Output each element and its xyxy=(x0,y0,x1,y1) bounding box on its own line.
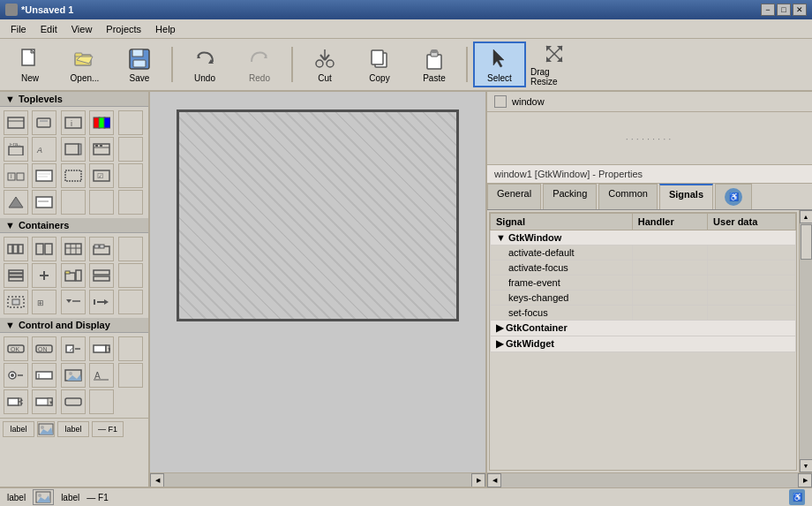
minimize-button[interactable]: − xyxy=(761,4,775,16)
signal-row[interactable]: frame-event xyxy=(491,276,796,291)
widget-file-chooser[interactable] xyxy=(61,263,86,288)
widget-spinner[interactable]: ▲▼ xyxy=(4,389,28,414)
widget-toolbar[interactable] xyxy=(89,137,114,162)
widget-on-btn[interactable]: ON xyxy=(32,336,56,361)
copy-button[interactable]: Copy xyxy=(353,42,406,87)
widget-align[interactable] xyxy=(4,290,28,314)
signal-userdata[interactable] xyxy=(708,291,796,306)
group-row-gtkwindow[interactable]: ▼ GtkWindow xyxy=(491,230,796,245)
signal-userdata[interactable] xyxy=(708,276,796,291)
menu-view[interactable]: View xyxy=(64,22,100,36)
widget-radio[interactable] xyxy=(4,363,28,388)
widget-icon-view[interactable]: i xyxy=(4,163,28,188)
menu-help[interactable]: Help xyxy=(148,22,183,36)
signal-userdata[interactable] xyxy=(708,245,796,261)
widget-paned-v[interactable] xyxy=(89,263,114,288)
widget-viewport[interactable] xyxy=(61,163,86,188)
menu-edit[interactable]: Edit xyxy=(34,22,64,36)
widget-ctrl-btn2[interactable] xyxy=(61,389,86,414)
maximize-button[interactable]: □ xyxy=(777,4,791,16)
widget-textview2[interactable] xyxy=(32,190,56,215)
bottom-icon[interactable] xyxy=(37,421,55,437)
widget-entry[interactable] xyxy=(32,363,56,388)
title-bar-buttons[interactable]: − □ ✕ xyxy=(761,4,807,16)
signal-row[interactable]: activate-focus xyxy=(491,261,796,276)
signals-table-container[interactable]: Signal Handler User data ▼ GtkWindow act… xyxy=(489,212,797,471)
header-checkbox[interactable] xyxy=(494,95,507,108)
widget-window[interactable] xyxy=(4,110,28,135)
menu-file[interactable]: File xyxy=(4,22,34,36)
widget-about[interactable]: i xyxy=(61,110,86,135)
widget-image[interactable] xyxy=(61,363,86,388)
widget-color-sel[interactable] xyxy=(89,110,114,135)
vscroll-track[interactable] xyxy=(800,223,813,459)
signal-handler[interactable] xyxy=(632,245,707,261)
toplevels-header[interactable]: ▼ Toplevels xyxy=(0,92,148,107)
tab-common[interactable]: Common xyxy=(598,184,658,209)
widget-notebook[interactable] xyxy=(89,237,114,261)
tab-packing[interactable]: Packing xyxy=(543,184,597,209)
widget-combo-entry[interactable]: ▼ xyxy=(32,389,56,414)
signal-userdata[interactable] xyxy=(708,261,796,276)
vscroll-thumb[interactable] xyxy=(801,224,812,260)
group-row-gtkwidget[interactable]: ▶ GtkWidget xyxy=(491,336,796,352)
open-button[interactable]: Open... xyxy=(58,42,111,87)
vscroll-up[interactable]: ▲ xyxy=(800,210,813,223)
signal-row[interactable]: keys-changed xyxy=(491,291,796,306)
signal-handler[interactable] xyxy=(632,306,707,321)
drag-resize-button[interactable]: Drag Resize xyxy=(528,42,581,87)
sig-hscroll-right[interactable]: ▶ xyxy=(798,473,812,487)
widget-assistant[interactable]: ☑ xyxy=(89,163,114,188)
bottom-f1[interactable]: — F1 xyxy=(92,421,124,437)
signal-userdata[interactable] xyxy=(708,306,796,321)
widget-expander[interactable] xyxy=(61,290,86,314)
redo-button[interactable]: Redo xyxy=(233,42,286,87)
signal-handler[interactable] xyxy=(632,276,707,291)
widget-combo2[interactable]: ▼ xyxy=(89,336,114,361)
signal-row[interactable]: set-focus xyxy=(491,306,796,321)
vscroll-down[interactable]: ▼ xyxy=(800,459,813,472)
widget-table[interactable] xyxy=(61,237,86,261)
widget-hbox[interactable] xyxy=(4,237,28,261)
signal-handler[interactable] xyxy=(632,261,707,276)
widget-arrow2[interactable] xyxy=(89,290,114,314)
signal-handler[interactable] xyxy=(632,291,707,306)
save-button[interactable]: Save xyxy=(113,42,166,87)
widget-checkbox[interactable]: ✓ xyxy=(61,336,86,361)
tab-general[interactable]: General xyxy=(487,184,541,209)
sig-hscroll-left[interactable]: ◀ xyxy=(487,473,501,487)
close-button[interactable]: ✕ xyxy=(793,4,807,16)
group-row-gtkcontainer[interactable]: ▶ GtkContainer xyxy=(491,321,796,336)
hscroll-track[interactable] xyxy=(164,473,471,487)
menu-projects[interactable]: Projects xyxy=(99,22,148,36)
paste-button[interactable]: Paste xyxy=(408,42,461,87)
containers-header[interactable]: ▼ Containers xyxy=(0,218,148,233)
hscroll-left[interactable]: ◀ xyxy=(150,473,164,487)
bottom-label-2[interactable]: label xyxy=(57,421,89,437)
widget-label3[interactable]: A xyxy=(89,363,114,388)
widget-dialog[interactable] xyxy=(32,110,56,135)
widget-plus[interactable] xyxy=(32,263,56,288)
hscroll-right[interactable]: ▶ xyxy=(471,473,485,487)
select-button[interactable]: Select xyxy=(473,42,526,87)
widget-frame[interactable]: Fra.. xyxy=(4,137,28,162)
tab-signals[interactable]: Signals xyxy=(659,184,713,209)
widget-ok-btn[interactable]: OK xyxy=(4,336,28,361)
undo-button[interactable]: Undo xyxy=(178,42,231,87)
signal-row[interactable]: activate-default xyxy=(491,245,796,261)
tab-accessibility[interactable]: ♿ xyxy=(715,184,752,209)
widget-label[interactable]: A xyxy=(32,137,56,162)
sig-hscroll-track[interactable] xyxy=(501,473,798,487)
gtk-window-preview[interactable] xyxy=(177,110,459,321)
widget-arrow[interactable] xyxy=(4,190,28,215)
cut-button[interactable]: Cut xyxy=(298,42,351,87)
widget-text-edit[interactable] xyxy=(32,163,56,188)
canvas-area[interactable] xyxy=(150,92,485,472)
new-button[interactable]: New xyxy=(4,42,56,87)
widget-vbox[interactable] xyxy=(4,263,28,288)
bottom-label[interactable]: label xyxy=(3,421,34,437)
widget-hpane[interactable] xyxy=(32,237,56,261)
widget-scroll[interactable] xyxy=(61,137,86,162)
control-header[interactable]: ▼ Control and Display xyxy=(0,318,148,333)
widget-fixed[interactable]: ⊞ xyxy=(32,290,56,314)
